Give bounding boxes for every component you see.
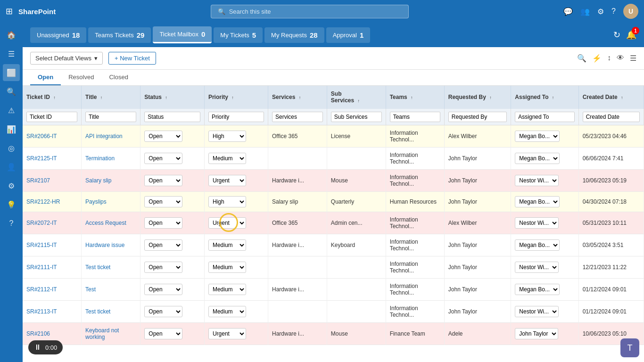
ticket-title-cell[interactable]: Hardware issue <box>85 242 124 248</box>
ticket-id-cell[interactable]: SR#2112-IT <box>26 286 57 293</box>
filter-teams[interactable] <box>390 112 440 122</box>
status-tab-closed[interactable]: Closed <box>101 70 135 85</box>
ticket-id-cell[interactable]: SR#2107 <box>26 177 50 184</box>
status-select-2[interactable]: Open Resolved Closed <box>144 175 182 186</box>
ticket-title-cell[interactable]: Test ticket <box>85 264 110 271</box>
grid-icon[interactable]: ☰ <box>630 54 636 63</box>
status-select-6[interactable]: Open Resolved Closed <box>144 262 182 273</box>
status-select-8[interactable]: Open Resolved Closed <box>144 306 182 317</box>
sidebar-dashboard-icon[interactable]: ⬜ <box>3 64 20 81</box>
tab-ticket-mailbox[interactable]: Ticket Mailbox 0 <box>153 26 212 43</box>
tab-my-requests[interactable]: My Requests 28 <box>264 27 324 43</box>
settings-icon[interactable]: ⚙ <box>597 7 604 16</box>
priority-select-6[interactable]: Low Medium High Urgent <box>208 262 246 273</box>
priority-select-7[interactable]: Low Medium High Urgent <box>208 284 246 295</box>
priority-select-8[interactable]: Low Medium High Urgent <box>208 306 246 317</box>
filter-services[interactable] <box>272 112 323 122</box>
help-icon[interactable]: ? <box>611 7 616 16</box>
ticket-title-cell[interactable]: API integration <box>85 133 123 140</box>
filter-title[interactable] <box>85 112 136 122</box>
ticket-title-cell[interactable]: Salary slip <box>85 177 111 184</box>
sidebar-search-icon[interactable]: 🔍 <box>3 83 20 100</box>
new-ticket-button[interactable]: + New Ticket <box>108 52 156 65</box>
ticket-title-cell[interactable]: Access Request <box>85 220 126 226</box>
ticket-id-cell[interactable]: SR#2111-IT <box>26 264 57 271</box>
ticket-id-cell[interactable]: SR#2115-IT <box>26 242 57 248</box>
ticket-title-cell[interactable]: Test <box>85 286 96 293</box>
chat-icon[interactable]: 💬 <box>563 7 573 16</box>
col-sub-services[interactable]: SubServices ↑ <box>327 86 386 109</box>
tab-teams-tickets[interactable]: Teams Tickets 29 <box>88 27 151 43</box>
hide-icon[interactable]: 👁 <box>617 54 624 63</box>
assigned-to-select-2[interactable]: Nestor Wi... <box>515 175 559 186</box>
sidebar-lightbulb-icon[interactable]: 💡 <box>3 196 20 213</box>
filter-ticket-id[interactable] <box>26 112 77 122</box>
col-teams[interactable]: Teams ↑ <box>386 86 444 109</box>
ticket-title-cell[interactable]: Test ticket <box>85 308 110 315</box>
ticket-id-cell[interactable]: SR#2125-IT <box>26 155 57 162</box>
status-select-3[interactable]: Open Resolved Closed <box>144 196 182 207</box>
assigned-to-select-0[interactable]: Megan Bo... <box>515 131 560 142</box>
status-tab-open[interactable]: Open <box>30 70 61 85</box>
ticket-title-cell[interactable]: Termination <box>85 155 115 162</box>
assigned-to-select-6[interactable]: Nestor Wi... <box>515 262 559 273</box>
col-requested-by[interactable]: Requested By ↑ <box>444 86 511 109</box>
ticket-id-cell[interactable]: SR#2122-HR <box>26 198 60 205</box>
assigned-to-select-8[interactable]: Nestor Wi... <box>515 306 559 317</box>
priority-select-9[interactable]: Low Medium High Urgent <box>208 328 246 339</box>
col-status[interactable]: Status ↑ <box>140 86 205 109</box>
priority-select-2[interactable]: Low Medium High Urgent <box>208 175 246 186</box>
assigned-to-select-7[interactable]: Megan Bo... <box>515 284 560 295</box>
sort-icon[interactable]: ↕ <box>607 54 611 63</box>
search-input[interactable] <box>229 8 402 15</box>
ticket-title-cell[interactable]: Keyboard not working <box>85 327 119 340</box>
status-select-4[interactable]: Open Resolved Closed <box>144 217 182 229</box>
col-assigned-to[interactable]: Assigned To ↑ <box>511 86 578 109</box>
filter-icon[interactable]: ⚡ <box>592 54 602 63</box>
filter-assigned-to[interactable] <box>515 112 574 122</box>
waffle-icon[interactable]: ⊞ <box>6 6 13 16</box>
filter-status[interactable] <box>144 112 200 122</box>
ticket-id-cell[interactable]: SR#2066-IT <box>26 133 57 140</box>
priority-select-4[interactable]: Low Medium High Urgent <box>208 217 246 229</box>
status-select-5[interactable]: Open Resolved Closed <box>144 239 182 251</box>
search-bar[interactable]: 🔍 <box>211 5 409 18</box>
priority-select-0[interactable]: Low Medium High Urgent <box>208 131 246 142</box>
assigned-to-select-4[interactable]: Nestor Wi... <box>515 217 559 229</box>
status-select-9[interactable]: Open Resolved Closed <box>144 328 182 339</box>
refresh-icon[interactable]: ↻ <box>613 30 620 40</box>
status-select-7[interactable]: Open Resolved Closed <box>144 284 182 295</box>
ticket-title-cell[interactable]: Payslips <box>85 198 107 205</box>
status-tab-resolved[interactable]: Resolved <box>61 70 101 85</box>
sidebar-users-icon[interactable]: 👤 <box>3 158 20 175</box>
col-ticket-id[interactable]: Ticket ID ↑ <box>23 86 82 109</box>
ticket-id-cell[interactable]: SR#2106 <box>26 330 50 337</box>
tab-unassigned[interactable]: Unassigned 18 <box>30 27 86 43</box>
sidebar-chart-icon[interactable]: 📊 <box>3 121 20 138</box>
assigned-to-select-5[interactable]: Megan Bo... <box>515 239 560 251</box>
timer-pause-icon[interactable]: ⏸ <box>34 343 41 352</box>
priority-select-1[interactable]: Low Medium High Urgent <box>208 153 246 164</box>
priority-select-5[interactable]: Low Medium High Urgent <box>208 239 246 251</box>
sidebar-menu-icon[interactable]: ☰ <box>3 45 20 62</box>
filter-priority[interactable] <box>208 112 264 122</box>
assigned-to-select-1[interactable]: Megan Bo... <box>515 153 560 164</box>
sidebar-circle-icon[interactable]: ◎ <box>3 140 20 156</box>
col-services[interactable]: Services ↑ <box>268 86 327 109</box>
assigned-to-select-9[interactable]: John Taylor <box>515 328 558 339</box>
teams-icon[interactable]: T <box>620 338 639 357</box>
search-filter-icon[interactable]: 🔍 <box>577 54 586 63</box>
people-icon[interactable]: 👥 <box>580 7 590 16</box>
view-selector[interactable]: Select Default Views ▾ <box>30 52 103 65</box>
assigned-to-select-3[interactable]: Megan Bo... <box>515 196 560 207</box>
user-avatar[interactable]: U <box>623 4 638 19</box>
sidebar-home-icon[interactable]: 🏠 <box>3 26 20 43</box>
priority-select-3[interactable]: Low Medium High Urgent <box>208 196 246 207</box>
col-priority[interactable]: Priority ↑ <box>204 86 268 109</box>
ticket-id-cell[interactable]: SR#2113-IT <box>26 308 57 315</box>
tab-my-tickets[interactable]: My Tickets 5 <box>214 27 263 43</box>
col-title[interactable]: Title ↑ <box>82 86 140 109</box>
ticket-id-cell[interactable]: SR#2072-IT <box>26 220 57 226</box>
status-select-0[interactable]: Open Resolved Closed <box>144 131 182 142</box>
sidebar-question-icon[interactable]: ? <box>3 215 20 232</box>
